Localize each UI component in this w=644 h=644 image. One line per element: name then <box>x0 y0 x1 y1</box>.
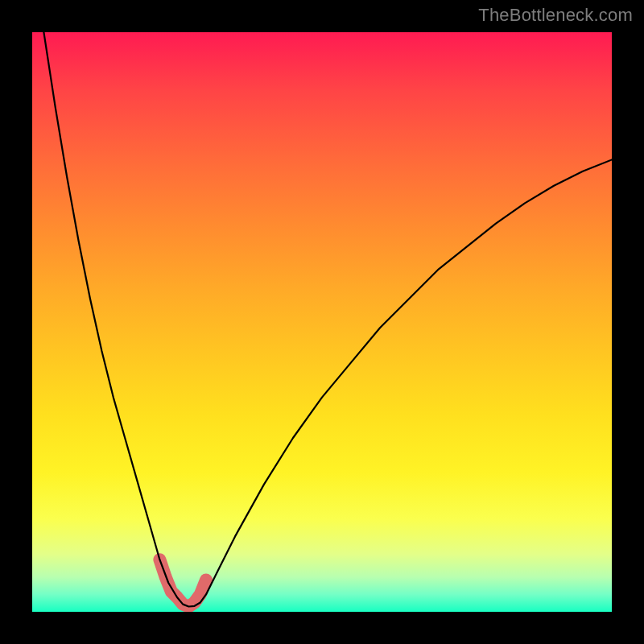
curve-svg <box>32 32 612 612</box>
bottleneck-curve <box>32 32 612 607</box>
chart-frame: TheBottleneck.com <box>0 0 644 644</box>
watermark-text: TheBottleneck.com <box>478 5 633 26</box>
bottleneck-highlight <box>159 559 206 606</box>
plot-area <box>32 32 612 612</box>
